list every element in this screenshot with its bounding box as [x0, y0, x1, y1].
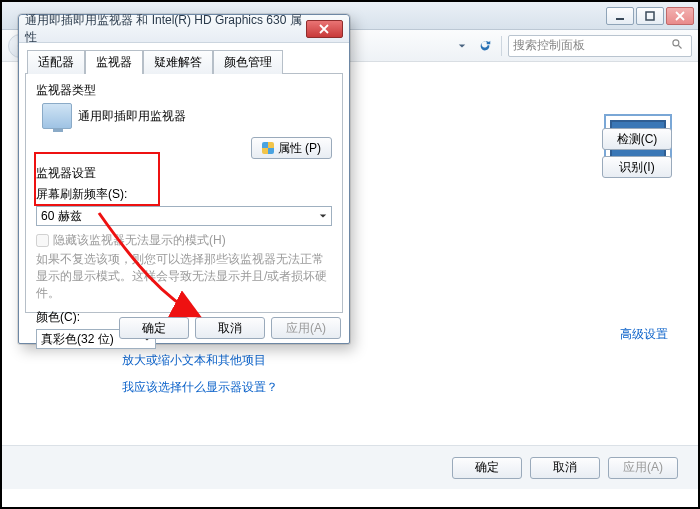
monitor-name: 通用即插即用监视器: [78, 108, 186, 125]
parent-apply-label: 应用(A): [623, 459, 663, 476]
dialog-close-button[interactable]: [306, 20, 343, 38]
tab-panel-monitor: 监视器类型 通用即插即用监视器 属性 (P) 监视器设置 屏幕刷新频率(S): …: [25, 73, 343, 313]
parent-ok-button[interactable]: 确定: [452, 457, 522, 479]
monitor-properties-dialog: 通用即插即用监视器 和 Intel(R) HD Graphics 630 属性 …: [18, 14, 350, 344]
parent-cancel-button[interactable]: 取消: [530, 457, 600, 479]
dialog-footer: 确定 取消 应用(A): [19, 313, 349, 343]
svg-rect-1: [646, 12, 654, 20]
monitor-properties-button[interactable]: 属性 (P): [251, 137, 332, 159]
dialog-titlebar: 通用即插即用监视器 和 Intel(R) HD Graphics 630 属性: [19, 15, 349, 43]
tabstrip: 适配器 监视器 疑难解答 颜色管理: [27, 49, 343, 73]
monitor-properties-button-label: 属性 (P): [278, 140, 321, 157]
svg-rect-0: [616, 18, 624, 20]
breadcrumb-dropdown-icon[interactable]: [455, 34, 469, 58]
tab-troubleshoot[interactable]: 疑难解答: [143, 50, 213, 74]
parent-cancel-label: 取消: [553, 459, 577, 476]
dialog-cancel-button[interactable]: 取消: [195, 317, 265, 339]
search-icon: [671, 38, 687, 53]
minimize-button[interactable]: [606, 7, 634, 25]
chevron-down-icon: [319, 209, 327, 223]
detect-button-label: 检测(C): [617, 131, 658, 148]
search-input[interactable]: 搜索控制面板: [508, 35, 692, 57]
monitor-icon: [42, 103, 72, 129]
hide-modes-checkbox: [36, 234, 49, 247]
maximize-button[interactable]: [636, 7, 664, 25]
advanced-settings-link[interactable]: 高级设置: [620, 326, 668, 343]
search-placeholder: 搜索控制面板: [513, 37, 585, 54]
parent-ok-label: 确定: [475, 459, 499, 476]
dialog-ok-label: 确定: [142, 320, 166, 337]
dialog-cancel-label: 取消: [218, 320, 242, 337]
hide-modes-note: 如果不复选该项，则您可以选择那些该监视器无法正常显示的显示模式。这样会导致无法显…: [36, 251, 332, 301]
svg-point-2: [673, 40, 679, 46]
dialog-apply-button[interactable]: 应用(A): [271, 317, 341, 339]
dialog-ok-button[interactable]: 确定: [119, 317, 189, 339]
detect-button[interactable]: 检测(C): [602, 128, 672, 150]
tab-adapter[interactable]: 适配器: [27, 50, 85, 74]
dialog-title: 通用即插即用监视器 和 Intel(R) HD Graphics 630 属性: [25, 12, 306, 46]
resize-text-link[interactable]: 放大或缩小文本和其他项目: [122, 352, 278, 369]
identify-button[interactable]: 识别(I): [602, 156, 672, 178]
toolbar-separator: [501, 36, 502, 56]
close-button[interactable]: [666, 7, 694, 25]
monitor-type-group-label: 监视器类型: [36, 82, 332, 99]
parent-footer: 确定 取消 应用(A): [2, 445, 698, 489]
uac-shield-icon: [262, 142, 274, 154]
tab-monitor[interactable]: 监视器: [85, 50, 143, 74]
identify-button-label: 识别(I): [619, 159, 654, 176]
refresh-rate-select[interactable]: 60 赫兹: [36, 206, 332, 226]
refresh-rate-label: 屏幕刷新频率(S):: [36, 186, 332, 203]
refresh-button[interactable]: [475, 36, 495, 56]
which-settings-link[interactable]: 我应该选择什么显示器设置？: [122, 379, 278, 396]
refresh-rate-value: 60 赫兹: [41, 208, 82, 225]
parent-apply-button[interactable]: 应用(A): [608, 457, 678, 479]
dialog-body: 适配器 监视器 疑难解答 颜色管理 监视器类型 通用即插即用监视器 属性 (P): [25, 49, 343, 309]
monitor-settings-group-label: 监视器设置: [36, 165, 332, 182]
dialog-apply-label: 应用(A): [286, 320, 326, 337]
tab-color[interactable]: 颜色管理: [213, 50, 283, 74]
hide-modes-label: 隐藏该监视器无法显示的模式(H): [53, 232, 226, 249]
